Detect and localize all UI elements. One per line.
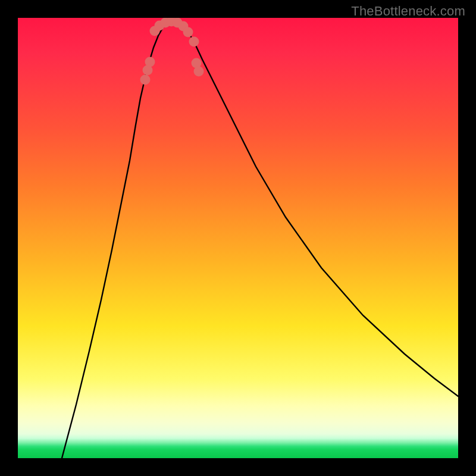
curve-left — [62, 20, 174, 458]
curve-right — [174, 20, 458, 396]
marker-group — [140, 18, 204, 85]
data-marker — [145, 57, 155, 67]
watermark-text: TheBottleneck.com — [351, 4, 465, 19]
data-marker — [194, 67, 204, 77]
data-marker — [183, 27, 193, 37]
plot-area — [18, 18, 458, 458]
curve-svg — [18, 18, 458, 458]
chart-frame: TheBottleneck.com — [0, 0, 476, 476]
data-marker — [189, 37, 199, 47]
data-marker — [140, 75, 151, 85]
